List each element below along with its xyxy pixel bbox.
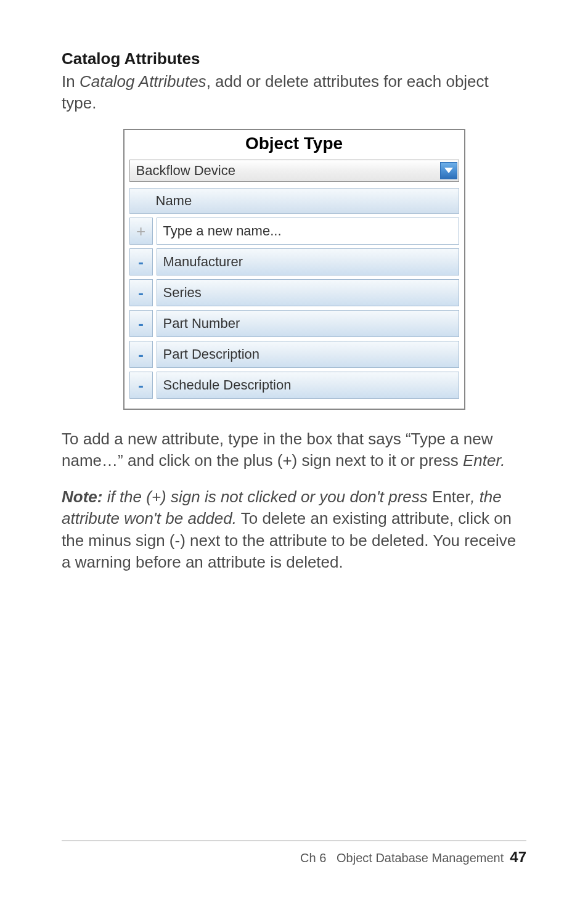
column-header-name: Name	[129, 188, 459, 214]
attribute-name-cell[interactable]: Schedule Description	[157, 372, 459, 399]
add-instruction-paragraph: To add a new attribute, type in the box …	[62, 428, 526, 471]
attribute-name-cell[interactable]: Manufacturer	[157, 248, 459, 275]
section-heading: Catalog Attributes	[62, 49, 526, 68]
attribute-row: - Manufacturer	[129, 248, 459, 275]
svg-marker-0	[444, 168, 453, 173]
attribute-name-cell[interactable]: Series	[157, 279, 459, 306]
remove-attribute-button[interactable]: -	[129, 372, 153, 399]
object-type-panel: Object Type Backflow Device Name + Type …	[123, 129, 465, 410]
page-number: 47	[510, 849, 526, 865]
panel-title: Object Type	[125, 130, 464, 160]
footer-text: Ch 6 Object Database Management47	[62, 849, 526, 866]
attribute-row: - Part Number	[129, 310, 459, 337]
add-attribute-button[interactable]: +	[129, 218, 153, 245]
footer-divider	[62, 841, 526, 841]
note-paragraph: Note: if the (+) sign is not clicked or …	[62, 486, 526, 573]
object-type-dropdown[interactable]: Backflow Device	[129, 160, 459, 182]
attribute-name-cell[interactable]: Part Description	[157, 341, 459, 368]
intro-emphasis: Catalog Attributes	[80, 72, 206, 91]
remove-attribute-button[interactable]: -	[129, 310, 153, 337]
attribute-row: - Schedule Description	[129, 372, 459, 399]
footer-chapter: Ch 6	[300, 851, 326, 865]
page-footer: Ch 6 Object Database Management47	[62, 841, 526, 866]
intro-paragraph: In Catalog Attributes, add or delete att…	[62, 71, 526, 114]
new-attribute-input[interactable]: Type a new name...	[157, 218, 459, 245]
remove-attribute-button[interactable]: -	[129, 279, 153, 306]
new-attribute-row: + Type a new name...	[129, 218, 459, 245]
note-italic-1: if the (+) sign is not clicked or you do…	[102, 487, 432, 506]
note-enter-word: Enter	[432, 487, 470, 506]
attribute-row: - Series	[129, 279, 459, 306]
chevron-down-icon[interactable]	[440, 162, 457, 179]
object-type-screenshot: Object Type Backflow Device Name + Type …	[123, 129, 465, 410]
attribute-row: - Part Description	[129, 341, 459, 368]
attribute-name-cell[interactable]: Part Number	[157, 310, 459, 337]
para2-pre: To add a new attribute, type in the box …	[62, 430, 493, 470]
note-label: Note:	[62, 487, 102, 506]
remove-attribute-button[interactable]: -	[129, 248, 153, 275]
remove-attribute-button[interactable]: -	[129, 341, 153, 368]
intro-pre: In	[62, 72, 80, 91]
para2-em: Enter.	[463, 451, 505, 470]
dropdown-selected-value: Backflow Device	[136, 163, 235, 179]
footer-title: Object Database Management	[337, 851, 504, 865]
